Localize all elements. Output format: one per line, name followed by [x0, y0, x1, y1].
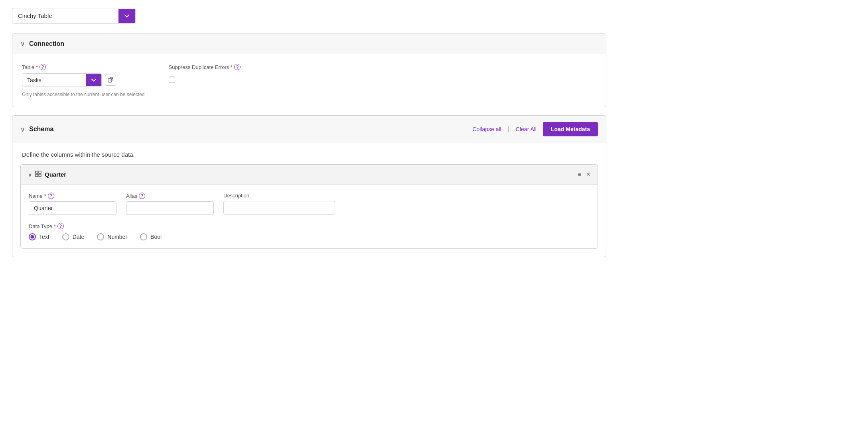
quarter-alias-input[interactable]	[126, 201, 214, 215]
grid-icon	[35, 171, 41, 177]
chevron-down-icon	[124, 13, 130, 19]
radio-input-date[interactable]	[62, 233, 69, 240]
quarter-hamburger-icon[interactable]: ≡	[578, 171, 581, 178]
suppress-errors-label: Suppress Duplicate Errors * ?	[169, 64, 241, 70]
suppress-required-star: *	[231, 64, 233, 70]
schema-section-header: ∨ Schema Collapse all | Clear All Load M…	[12, 116, 606, 143]
schema-description: Define the columns within the source dat…	[12, 143, 606, 164]
quarter-datatype-help-icon[interactable]: ?	[57, 223, 64, 229]
quarter-header-actions: ≡ ×	[578, 170, 590, 179]
connection-section-content: Table * ? Tasks	[12, 54, 606, 107]
table-chevron-down-icon	[91, 77, 97, 83]
clear-all-button[interactable]: Clear All	[516, 126, 537, 132]
radio-input-number[interactable]	[97, 233, 104, 240]
schema-header-actions: Collapse all | Clear All Load Metadata	[472, 122, 598, 136]
table-dropdown-value: Tasks	[22, 74, 86, 87]
cinchy-table-dropdown[interactable]: Cinchy Table	[12, 8, 136, 24]
quarter-sub-panel: ∨ Quarter ≡ ×	[20, 164, 598, 249]
svg-rect-1	[36, 171, 38, 173]
radio-option-bool[interactable]: Bool	[140, 233, 162, 240]
external-link-svg	[108, 77, 113, 83]
quarter-close-icon[interactable]: ×	[586, 170, 590, 179]
radio-label-text: Text	[39, 234, 49, 240]
suppress-errors-form-group: Suppress Duplicate Errors * ?	[169, 64, 241, 83]
schema-section-title: Schema	[29, 126, 53, 133]
connection-toggle-icon[interactable]: ∨	[20, 40, 25, 47]
quarter-toggle-icon[interactable]: ∨	[28, 171, 32, 178]
quarter-name-required-star: *	[44, 193, 46, 199]
collapse-all-button[interactable]: Collapse all	[472, 126, 501, 132]
table-dropdown[interactable]: Tasks	[22, 73, 102, 87]
table-label: Table * ?	[22, 64, 145, 70]
radio-label-bool: Bool	[150, 234, 162, 240]
table-form-group: Table * ? Tasks	[22, 64, 145, 97]
quarter-name-input[interactable]	[29, 201, 116, 215]
radio-option-number[interactable]: Number	[97, 233, 127, 240]
quarter-sub-panel-content: Name * ? Alias ?	[21, 185, 598, 248]
suppress-help-icon[interactable]: ?	[234, 64, 241, 70]
quarter-name-label: Name * ?	[29, 193, 116, 199]
radio-label-number: Number	[107, 234, 127, 240]
radio-input-bool[interactable]	[140, 233, 147, 240]
table-select-row: Tasks	[22, 73, 145, 87]
quarter-sub-panel-header: ∨ Quarter ≡ ×	[21, 165, 598, 185]
quarter-description-group: Description	[223, 193, 335, 215]
schema-toggle-icon[interactable]: ∨	[20, 126, 25, 133]
radio-option-text[interactable]: Text	[29, 233, 49, 240]
schema-section: ∨ Schema Collapse all | Clear All Load M…	[12, 115, 606, 257]
cinchy-table-dropdown-button[interactable]	[118, 9, 135, 23]
table-help-icon[interactable]: ?	[39, 64, 46, 70]
quarter-datatype-group: Data Type * ? Text Date	[29, 223, 590, 240]
quarter-alias-label: Alias ?	[126, 193, 214, 199]
table-required-star: *	[36, 64, 38, 70]
quarter-alias-group: Alias ?	[126, 193, 214, 215]
connection-section-header: ∨ Connection	[12, 33, 606, 54]
schema-divider: |	[508, 126, 509, 133]
quarter-name-help-icon[interactable]: ?	[48, 193, 54, 199]
table-external-link-icon[interactable]	[105, 75, 116, 86]
svg-rect-3	[36, 174, 38, 177]
quarter-alias-help-icon[interactable]: ?	[139, 193, 145, 199]
quarter-datatype-required-star: *	[54, 223, 56, 229]
table-helper-text: Only tables accessible to the current us…	[22, 92, 145, 97]
suppress-errors-checkbox[interactable]	[169, 77, 175, 83]
connection-section: ∨ Connection Table * ? Tasks	[12, 33, 606, 107]
quarter-table-icon	[35, 171, 41, 178]
suppress-checkbox-wrapper	[169, 77, 241, 83]
table-dropdown-button[interactable]	[86, 74, 101, 86]
quarter-sub-panel-title: Quarter	[45, 171, 66, 178]
cinchy-table-dropdown-value: Cinchy Table	[12, 8, 118, 23]
quarter-description-label: Description	[223, 193, 335, 199]
svg-rect-2	[39, 171, 41, 173]
quarter-description-input[interactable]	[223, 201, 335, 215]
radio-input-text[interactable]	[29, 233, 36, 240]
quarter-name-group: Name * ?	[29, 193, 116, 215]
connection-form-row: Table * ? Tasks	[22, 64, 596, 97]
top-source-type-selector: Cinchy Table	[12, 8, 606, 24]
connection-section-title: Connection	[29, 40, 64, 47]
quarter-datatype-label: Data Type * ?	[29, 223, 590, 229]
svg-rect-4	[39, 174, 41, 177]
quarter-fields-row: Name * ? Alias ?	[29, 193, 590, 215]
radio-option-date[interactable]: Date	[62, 233, 85, 240]
data-type-radio-row: Text Date Number Bool	[29, 233, 590, 240]
radio-label-date: Date	[73, 234, 85, 240]
load-metadata-button[interactable]: Load Metadata	[543, 122, 598, 136]
